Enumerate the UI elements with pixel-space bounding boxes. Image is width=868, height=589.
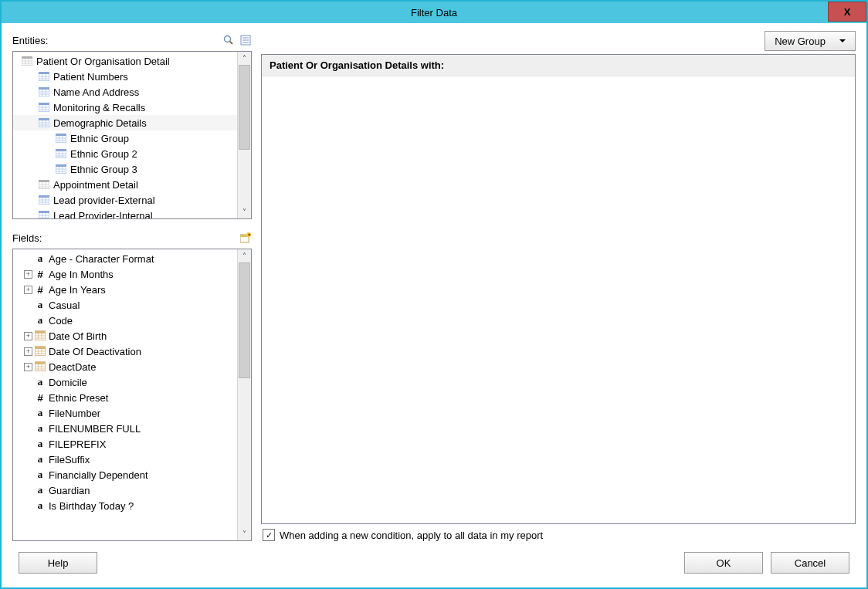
field-item[interactable]: +Date Of Birth [13,328,237,344]
entities-listbox[interactable]: Patient Or Organisation DetailPatient Nu… [12,51,252,219]
field-label: DeactDate [49,361,96,373]
field-item[interactable]: aGuardian [13,482,237,498]
expand-spacer [24,486,32,495]
expand-icon[interactable]: + [24,270,32,279]
cancel-button[interactable]: Cancel [771,552,849,574]
new-group-button[interactable]: New Group [765,31,856,51]
svg-rect-7 [22,56,32,59]
entity-item[interactable]: Monitoring & Recalls [13,100,237,115]
expand-icon[interactable]: + [24,347,32,356]
scroll-down-icon[interactable]: ˅ [239,205,250,218]
add-field-icon[interactable]: ★ [239,232,252,244]
dialog-body: Entities: Patient Or Organisation Detail… [2,23,866,587]
text-type-icon: a [35,252,46,265]
scroll-thumb[interactable] [239,65,250,150]
text-type-icon: a [35,484,46,496]
new-group-label: New Group [775,36,826,47]
close-icon: X [844,6,851,18]
text-type-icon: a [35,422,46,435]
field-item[interactable]: aFILEPREFIX [13,436,237,452]
calendar-icon [35,330,46,341]
field-item[interactable]: aDomicile [13,374,237,390]
entity-item[interactable]: Lead Provider-Internal [13,208,237,218]
table-icon [38,86,50,97]
table-icon [38,117,50,128]
field-item[interactable]: aCasual [13,297,237,313]
expand-spacer [24,409,32,418]
entities-scrollbar[interactable]: ˄ ˅ [237,52,251,218]
field-item[interactable]: +DeactDate [13,359,237,374]
expand-spacer [24,378,32,387]
fields-listbox[interactable]: aAge - Character Format+#Age In Months+#… [12,249,252,541]
field-item[interactable]: +#Age In Months [13,266,237,282]
expand-icon[interactable]: + [24,363,32,371]
expand-spacer [24,255,32,263]
field-item[interactable]: +#Age In Years [13,282,237,297]
svg-rect-89 [35,362,46,364]
entity-item[interactable]: Ethnic Group 2 [13,146,237,161]
svg-rect-61 [39,195,49,198]
expand-spacer [24,394,32,402]
scroll-up-icon[interactable]: ˄ [239,249,250,262]
entity-item[interactable]: Appointment Detail [13,177,237,192]
table-icon [38,102,50,113]
entity-label: Patient Or Organisation Detail [36,56,170,67]
field-item[interactable]: aFinancially Dependent [13,467,237,482]
entity-item[interactable]: Lead provider-External [13,192,237,208]
svg-text:★: ★ [247,232,251,237]
expand-spacer [24,455,32,464]
entity-item[interactable]: Name And Address [13,84,237,100]
options-icon[interactable] [239,34,252,46]
entity-label: Ethnic Group 2 [70,148,137,160]
scroll-up-icon[interactable]: ˄ [239,52,250,65]
svg-rect-49 [56,164,66,167]
text-type-icon: a [35,453,46,465]
table-icon [38,210,50,218]
expand-icon[interactable]: + [24,286,32,294]
filter-data-dialog: Filter Data X Entities: [0,0,868,589]
scroll-thumb[interactable] [239,262,250,378]
text-type-icon: a [35,499,46,512]
field-item[interactable]: aFileNumber [13,405,237,421]
apply-all-checkbox[interactable]: ✓ [263,529,275,541]
expand-spacer [24,301,32,310]
field-item[interactable]: +Date Of Deactivation [13,344,237,359]
field-item[interactable]: aFileSuffix [13,452,237,467]
svg-rect-55 [39,180,49,182]
chevron-down-icon [839,39,846,42]
close-button[interactable]: X [828,2,866,22]
expand-icon[interactable]: + [24,332,32,340]
fields-scrollbar[interactable]: ˄ ˅ [237,249,251,540]
filter-body[interactable] [262,76,855,523]
table-icon [55,164,67,174]
entity-item[interactable]: Demographic Details [13,115,237,130]
field-item[interactable]: #Ethnic Preset [13,390,237,405]
svg-rect-13 [39,72,49,74]
entity-label: Monitoring & Recalls [53,102,145,113]
fields-label: Fields: [12,232,42,244]
entity-label: Name And Address [53,86,139,98]
field-item[interactable]: aFILENUMBER FULL [13,421,237,436]
entity-item[interactable]: Ethnic Group 3 [13,161,237,177]
field-label: Code [49,315,73,327]
entity-item[interactable]: Ethnic Group [13,130,237,146]
entity-label: Appointment Detail [53,179,138,191]
entity-item[interactable]: Patient Or Organisation Detail [13,53,237,69]
svg-rect-77 [35,331,46,333]
text-type-icon: a [35,469,46,481]
number-type-icon: # [35,284,46,296]
field-item[interactable]: aIs Birthday Today ? [13,498,237,513]
search-icon[interactable] [222,34,235,46]
field-item[interactable]: aAge - Character Format [13,251,237,266]
scroll-down-icon[interactable]: ˅ [239,527,250,540]
ok-button[interactable]: OK [684,552,763,574]
table-icon [21,56,33,66]
field-label: FileNumber [49,408,100,419]
number-type-icon: # [35,392,46,404]
filter-canvas: Patient Or Organisation Details with: [261,54,856,524]
help-button[interactable]: Help [19,552,97,574]
field-item[interactable]: aCode [13,313,237,328]
window-title: Filter Data [411,7,457,19]
entity-item[interactable]: Patient Numbers [13,69,237,84]
text-type-icon: a [35,376,46,388]
